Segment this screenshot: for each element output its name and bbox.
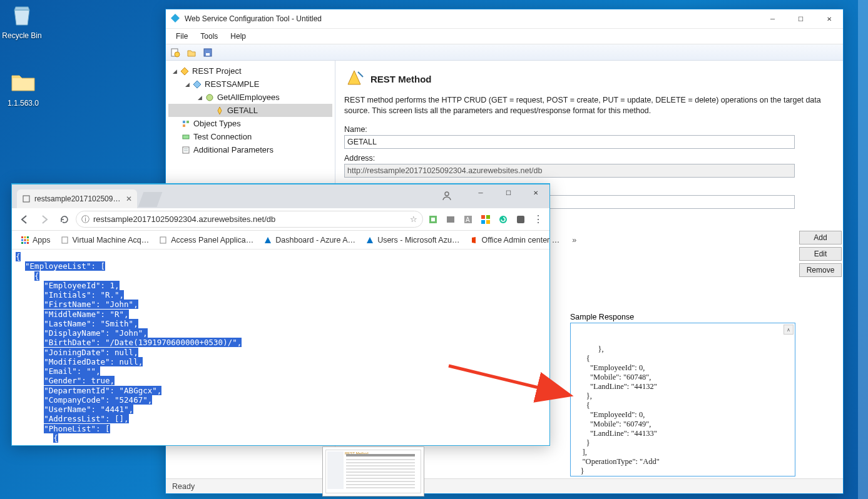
- rest-method-icon: [344, 68, 364, 90]
- browser-window-controls: ─ ☐ ✕: [467, 184, 549, 202]
- svg-rect-25: [481, 215, 485, 219]
- bookmarks-bar: Apps Virtual Machine Acq… Access Panel A…: [12, 231, 549, 250]
- bookmark-users[interactable]: Users - Microsoft Azu…: [362, 234, 463, 246]
- bookmark-label: Access Panel Applica…: [171, 236, 253, 244]
- tab-close-icon[interactable]: ✕: [126, 194, 132, 203]
- svg-point-29: [499, 216, 507, 223]
- extension-grammarly-icon[interactable]: [496, 212, 511, 227]
- sample-response-textbox[interactable]: ∧ }, { "EmployeeId": 0, "Mobile": "60748…: [570, 323, 795, 476]
- remove-button[interactable]: Remove: [799, 263, 842, 277]
- add-button[interactable]: Add: [799, 231, 842, 244]
- toolbar-open-icon[interactable]: [186, 47, 197, 58]
- tree-node-restsample[interactable]: ◢ RESTSAMPLE: [168, 78, 332, 91]
- browser-close-button[interactable]: ✕: [522, 184, 549, 201]
- extension-icon-3[interactable]: A: [461, 212, 476, 227]
- browser-minimize-button[interactable]: ─: [467, 184, 494, 201]
- menu-help[interactable]: Help: [224, 31, 252, 42]
- site-info-icon[interactable]: ⓘ: [81, 214, 89, 225]
- svg-rect-18: [23, 196, 29, 202]
- recycle-bin-icon: [8, 1, 36, 29]
- bookmark-azure[interactable]: Dashboard - Azure A…: [260, 234, 359, 246]
- svg-marker-6: [193, 81, 201, 88]
- close-button[interactable]: ✕: [815, 9, 843, 28]
- svg-rect-40: [62, 237, 68, 243]
- menu-file[interactable]: File: [170, 31, 194, 42]
- tree-label: REST Project: [192, 66, 242, 76]
- bookmark-access[interactable]: Access Panel Applica…: [155, 234, 257, 246]
- svg-rect-31: [21, 236, 23, 238]
- bookmark-office[interactable]: Office Admin center …: [466, 234, 563, 246]
- svg-rect-38: [24, 242, 26, 244]
- svg-rect-28: [486, 220, 490, 224]
- azure-icon: [365, 236, 374, 244]
- sample-icon: [192, 79, 202, 89]
- page-icon: [61, 236, 69, 244]
- svg-rect-13: [183, 147, 189, 153]
- tree-node-test-connection[interactable]: Test Connection: [168, 130, 332, 143]
- bookmark-label: Virtual Machine Acq…: [73, 236, 150, 244]
- sample-response-text: }, { "EmployeeId": 0, "Mobile": "60748",…: [574, 345, 660, 476]
- reload-button[interactable]: [56, 211, 73, 228]
- office-icon: [469, 236, 478, 244]
- bookmark-label: Office Admin center …: [481, 236, 559, 244]
- browser-tab[interactable]: restsample2017102509… ✕: [17, 189, 137, 208]
- tab-title: restsample2017102509…: [34, 194, 122, 203]
- edit-button[interactable]: Edit: [799, 247, 842, 261]
- maximize-button[interactable]: ☐: [787, 9, 815, 28]
- tree-label: RESTSAMPLE: [205, 79, 259, 89]
- bookmark-apps[interactable]: Apps: [17, 234, 54, 246]
- svg-rect-22: [447, 216, 454, 223]
- svg-rect-39: [27, 242, 29, 244]
- page-title: REST Method: [370, 74, 432, 84]
- svg-rect-34: [21, 239, 23, 241]
- bookmark-star-icon[interactable]: ☆: [410, 214, 417, 224]
- object-types-icon: [181, 119, 191, 129]
- url-field[interactable]: ⓘ restsample20171025092304.azurewebsites…: [76, 211, 423, 228]
- svg-marker-5: [181, 68, 188, 75]
- browser-content-json[interactable]: { "EmployeeList": [ { "EmployeeId": 1, "…: [12, 250, 549, 445]
- menu-tools[interactable]: Tools: [194, 31, 224, 42]
- extension-windows-icon[interactable]: [478, 212, 493, 227]
- name-input[interactable]: [344, 135, 795, 149]
- new-tab-button[interactable]: [138, 192, 163, 207]
- grid-button-column: Add Edit Remove: [799, 231, 842, 277]
- tree-node-getall[interactable]: GETALL: [168, 104, 332, 117]
- extension-icon-2[interactable]: [443, 212, 458, 227]
- browser-tabstrip: restsample2017102509… ✕ ─ ☐ ✕: [12, 184, 549, 208]
- tree-node-object-types[interactable]: Object Types: [168, 117, 332, 130]
- collapse-toggle-icon[interactable]: ◢: [183, 81, 191, 88]
- svg-rect-41: [160, 237, 166, 243]
- operation-icon: [205, 93, 215, 103]
- tree-label: Additional Parameters: [193, 145, 273, 154]
- collapse-toggle-icon[interactable]: ◢: [196, 94, 203, 101]
- tree-node-getallemployees[interactable]: ◢ GetAllEmployees: [168, 91, 332, 104]
- url-text: restsample20171025092304.azurewebsites.n…: [93, 214, 275, 224]
- taskbar-thumbnail-preview[interactable]: REST Method: [322, 446, 424, 496]
- browser-window: restsample2017102509… ✕ ─ ☐ ✕ ⓘ restsamp…: [11, 183, 550, 446]
- toolbar-new-icon[interactable]: [170, 47, 181, 58]
- collapse-toggle-icon[interactable]: ◢: [171, 68, 178, 74]
- desktop-icon-recycle-bin[interactable]: Recycle Bin: [0, 1, 44, 40]
- scroll-up-button[interactable]: ∧: [784, 325, 794, 335]
- extension-icon-1[interactable]: [426, 212, 441, 227]
- extension-icon-6[interactable]: [513, 212, 528, 227]
- tree-node-rest-project[interactable]: ◢ REST Project: [168, 64, 332, 78]
- desktop-icon-folder[interactable]: 1.1.563.0: [1, 69, 45, 108]
- browser-menu-icon[interactable]: ⋮: [531, 212, 546, 227]
- browser-maximize-button[interactable]: ☐: [494, 184, 522, 201]
- tree-node-additional-params[interactable]: Additional Parameters: [168, 143, 332, 156]
- toolbar: [166, 44, 843, 61]
- profile-icon[interactable]: [439, 188, 454, 203]
- method-icon: [215, 106, 225, 116]
- app-icon: [166, 13, 185, 25]
- svg-rect-4: [206, 53, 210, 56]
- svg-rect-33: [27, 236, 29, 238]
- bookmark-vm[interactable]: Virtual Machine Acq…: [57, 234, 153, 246]
- forward-button: [36, 211, 53, 228]
- toolbar-save-icon[interactable]: [202, 47, 213, 58]
- folder-icon: [9, 69, 37, 96]
- bookmarks-overflow-icon[interactable]: »: [568, 236, 580, 244]
- back-button[interactable]: [16, 211, 33, 228]
- minimize-button[interactable]: ─: [758, 9, 787, 28]
- tree-label: GETALL: [227, 106, 258, 115]
